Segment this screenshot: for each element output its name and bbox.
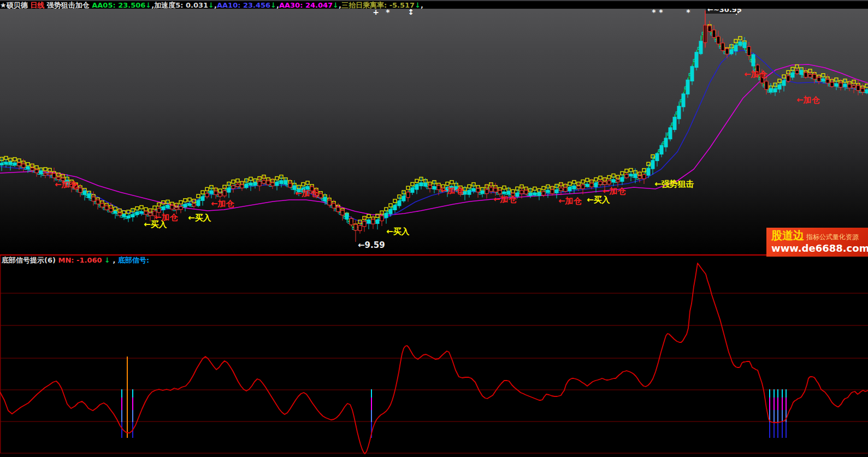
- down-arrow-icon: ↓: [208, 1, 214, 9]
- chart-annotation: ←加仓: [558, 196, 582, 206]
- watermark-tagline: 指标公式量化资源: [806, 233, 859, 241]
- chart-annotation: ←加仓: [440, 186, 464, 195]
- main-candlestick-chart[interactable]: +*↕***+←加仓←买入←加仓←买入←加仓←加仓←买入←加仓←加仓←加仓←买入…: [0, 9, 868, 254]
- marker-icon: *: [686, 9, 690, 16]
- stock-name[interactable]: ★硕贝德: [0, 1, 28, 9]
- chart-annotation: ←加仓: [744, 69, 768, 79]
- indicator-values: AA05: 23.506↓, 加速度5: 0.031↓, AA10: 23.45…: [92, 1, 423, 9]
- yellow-square-track: [0, 25, 868, 227]
- marker-icon: +: [373, 9, 379, 16]
- panel-header: 底部信号提示(6) MN: -1.060 ↓ , 底部信号:: [2, 256, 149, 264]
- bottom-signal-clusters: [122, 357, 786, 438]
- cyan-square-track: [3, 28, 866, 229]
- indicator-name[interactable]: 强势狙击加仓: [47, 1, 90, 9]
- down-arrow-icon: ↓: [104, 256, 110, 264]
- period-label[interactable]: 日线: [30, 1, 44, 9]
- marker-icon: *: [652, 9, 656, 16]
- chart-annotation: ←加仓: [55, 180, 79, 189]
- stock-app-window: ★硕贝德 日线 强势狙击加仓 AA05: 23.506↓, 加速度5: 0.03…: [0, 0, 868, 457]
- bottom-signal-panel[interactable]: [0, 256, 868, 457]
- indicator-field: 三抬日乘离率: -5.517: [341, 1, 415, 9]
- ma-blue-line: [0, 50, 868, 224]
- bottom-signal-canvas: [0, 256, 868, 457]
- mn-value: MN: -1.060: [58, 256, 102, 264]
- chart-annotation: ←加仓: [603, 186, 627, 196]
- watermark-url[interactable]: www.de6688.com: [771, 242, 868, 254]
- top-marker-symbols: +*↕***+: [373, 9, 740, 16]
- chart-annotation: ←加仓: [796, 95, 820, 105]
- marker-icon: *: [659, 9, 663, 16]
- watermark-banner: 股道边指标公式量化资源 www.de6688.com: [766, 228, 868, 257]
- ma-green-line: [0, 26, 866, 230]
- chart-annotation: ←~30.95: [707, 9, 742, 14]
- panel-indicator-name[interactable]: 底部信号提示(6): [2, 256, 56, 264]
- chart-annotation: ←加仓: [295, 188, 319, 198]
- main-chart-canvas: +*↕***+←加仓←买入←加仓←买入←加仓←加仓←买入←加仓←加仓←加仓←买入…: [0, 9, 868, 254]
- marker-icon: *: [386, 9, 390, 16]
- chart-annotation: ←9.59: [358, 240, 385, 250]
- indicator-field: 加速度5: 0.031: [154, 1, 208, 9]
- watermark-brand: 股道边: [771, 229, 804, 242]
- down-arrow-icon: ↓: [415, 1, 421, 9]
- bottom-signal-label: 底部信号:: [118, 256, 149, 264]
- marker-icon: ↕: [408, 9, 414, 16]
- down-arrow-icon: ↓: [270, 1, 276, 9]
- down-arrow-icon: ↓: [333, 1, 339, 9]
- indicator-field: AA05: 23.506: [92, 1, 145, 9]
- chart-annotation: ←强势狙击: [654, 179, 694, 189]
- chart-annotation: ←买入: [587, 195, 611, 205]
- chart-annotation: ←买入: [386, 227, 410, 236]
- indicator-field: AA10: 23.456: [217, 1, 270, 9]
- down-arrow-icon: ↓: [145, 1, 151, 9]
- chart-annotation: ←加仓: [211, 199, 235, 209]
- annotations-layer: ←加仓←买入←加仓←买入←加仓←加仓←买入←加仓←加仓←加仓←买入←加仓←强势狙…: [55, 9, 820, 250]
- chart-annotation: ←加仓: [493, 194, 517, 204]
- chart-annotation: ←加仓: [155, 212, 179, 222]
- indicator-field: AA30: 24.047: [279, 1, 333, 9]
- chart-annotation: ←买入: [188, 213, 212, 223]
- panel-gridlines: [0, 293, 868, 453]
